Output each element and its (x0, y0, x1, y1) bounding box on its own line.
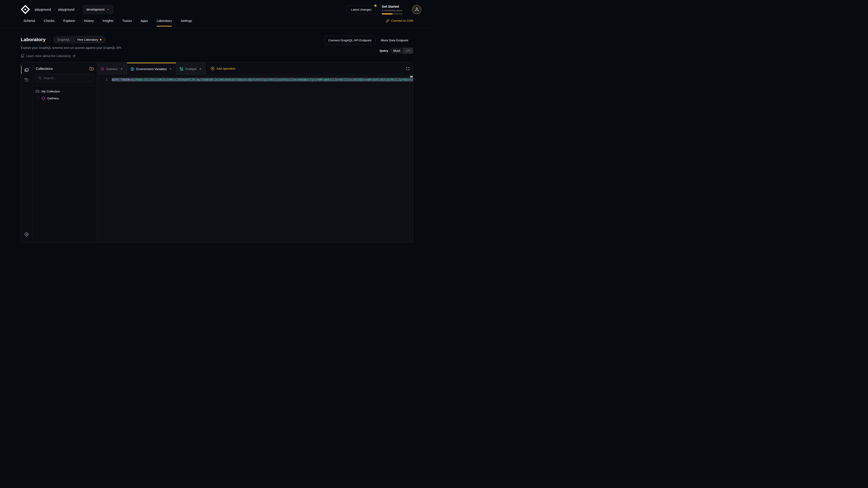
learn-more-label: Learn more about the Laboratory (26, 54, 71, 58)
operation-name: GetHero (47, 97, 59, 100)
external-link-icon (73, 55, 75, 57)
globe-icon (130, 67, 134, 71)
query-mode-api[interactable]: API (403, 48, 413, 54)
nav-item-checks[interactable]: Checks (44, 19, 55, 26)
get-started-widget[interactable]: Get Started 3 remaining tasks (382, 5, 403, 14)
target-select-value: development (86, 8, 104, 11)
mode-option-graphiql[interactable]: GraphiQL (54, 37, 74, 42)
graphql-icon (101, 67, 104, 71)
search-icon (38, 76, 41, 80)
icon-rail (21, 63, 32, 242)
history-icon (24, 78, 29, 82)
tab-environment-variables[interactable]: Environment Variables ✕ (127, 63, 176, 75)
editor-scrollbar[interactable] (410, 75, 413, 242)
laboratory-header-right: Connect GraphQL API Endpoint Mock Data E… (324, 36, 413, 58)
rail-item-collections[interactable] (21, 65, 32, 75)
environment-variables-editor[interactable]: 1 AUTH_TOKEN=eyJhbGciOiJIUzI1NiIsInR5cCI… (97, 75, 413, 242)
get-started-progress-fill (382, 13, 393, 14)
book-icon (21, 54, 24, 58)
query-label: Query (379, 49, 388, 53)
top-bar-right: Latest changes Get Started 3 remaining t… (346, 5, 421, 14)
close-icon[interactable]: ✕ (169, 67, 173, 71)
link-icon (386, 19, 389, 23)
nav-item-apps[interactable]: Apps (141, 19, 148, 26)
laboratory-header-left: Laboratory GraphiQL Hive Laboratory Expl… (21, 36, 324, 58)
nav-item-laboratory[interactable]: Laboratory (157, 19, 172, 26)
add-operation-label: Add operation (217, 67, 236, 70)
mode-active-dot (100, 39, 101, 40)
laboratory-panel: Collections My Collection (21, 62, 413, 242)
get-started-progressbar (382, 13, 403, 14)
collections-search[interactable] (35, 74, 94, 82)
collection-name: My Collection (41, 90, 60, 93)
folders-icon (24, 68, 29, 72)
get-started-subtitle: 3 remaining tasks (382, 9, 403, 12)
learn-more-link[interactable]: Learn more about the Laboratory (21, 54, 324, 58)
target-select[interactable]: development (83, 5, 113, 14)
connect-to-cdn-link[interactable]: Connect to CDN (386, 19, 413, 23)
operation-item-gethero[interactable]: GetHero (41, 95, 94, 101)
collections-divider (32, 82, 97, 86)
tab-label: Environment Variables (136, 67, 167, 71)
mode-option-hive-laboratory[interactable]: Hive Laboratory (74, 37, 105, 42)
tab-preflight[interactable]: Preflight ✕ (176, 63, 206, 75)
top-bar: playground / playground / development La… (0, 0, 434, 19)
search-input[interactable] (43, 76, 91, 80)
query-mode-mock[interactable]: Mock (391, 48, 403, 54)
folder-open-icon (36, 90, 39, 93)
laboratory-header: Laboratory GraphiQL Hive Laboratory Expl… (0, 28, 434, 58)
code-line[interactable]: 1 AUTH_TOKEN=eyJhbGciOiJIUzI1NiIsInR5cCI… (97, 77, 413, 82)
add-collection-button[interactable] (90, 67, 94, 71)
hive-logo-icon[interactable] (21, 5, 30, 14)
add-operation-button[interactable]: Add operation (206, 63, 402, 75)
script-icon (180, 67, 183, 71)
nav-item-settings[interactable]: Settings (181, 19, 192, 26)
fullscreen-icon (406, 67, 410, 70)
latest-changes-label: Latest changes (351, 8, 372, 11)
latest-changes-button[interactable]: Latest changes (346, 5, 376, 14)
tab-bar: GetHero ✕ Environment Variables ✕ Prefli… (97, 63, 413, 75)
rail-item-settings[interactable] (21, 229, 32, 239)
mock-endpoint-button[interactable]: Mock Data Endpoint (376, 36, 413, 45)
work-area: GetHero ✕ Environment Variables ✕ Prefli… (97, 63, 413, 242)
close-icon[interactable]: ✕ (120, 67, 123, 71)
tab-label: Preflight (185, 67, 197, 71)
breadcrumb: playground / playground / development (35, 5, 113, 14)
collection-folder[interactable]: My Collection (36, 90, 94, 93)
user-avatar[interactable] (412, 5, 421, 14)
query-mode-toggle: Mock API (391, 48, 413, 54)
nav-items: Schema Checks Explorer History Insights … (24, 19, 192, 26)
rail-item-history[interactable] (21, 75, 32, 85)
mode-option-label: Hive Laboratory (77, 38, 98, 41)
user-icon (414, 7, 419, 12)
scrollbar-thumb[interactable] (410, 76, 413, 77)
breadcrumb-project[interactable]: playground (58, 8, 74, 11)
breadcrumb-separator: / (78, 8, 79, 11)
connect-endpoint-button[interactable]: Connect GraphQL API Endpoint (324, 36, 376, 45)
graphql-icon (41, 96, 45, 100)
tab-gethero[interactable]: GetHero ✕ (97, 63, 127, 75)
fullscreen-button[interactable] (402, 63, 413, 75)
breadcrumb-org[interactable]: playground (35, 8, 51, 11)
close-icon[interactable]: ✕ (199, 67, 202, 71)
nav-item-insights[interactable]: Insights (103, 19, 114, 26)
nav-item-explorer[interactable]: Explorer (63, 19, 75, 26)
laboratory-description: Explore your GraphQL schema and run quer… (21, 46, 324, 50)
title-divider (49, 37, 50, 42)
page-title: Laboratory (21, 37, 46, 42)
tab-label: GetHero (106, 67, 118, 71)
collections-sidebar: Collections My Collection (32, 63, 97, 242)
collections-title: Collections (36, 67, 53, 71)
nav-item-history[interactable]: History (84, 19, 94, 26)
ui-mode-toggle: GraphiQL Hive Laboratory (53, 36, 106, 43)
code-text: AUTH_TOKEN=eyJhbGciOiJIUzI1NiIsInR5cCI6I… (112, 77, 413, 82)
get-started-title: Get Started (382, 5, 403, 8)
chevron-down-icon (107, 8, 110, 11)
main-nav: Schema Checks Explorer History Insights … (0, 19, 434, 28)
query-mode-row: Query Mock API (379, 48, 413, 54)
nav-item-schema[interactable]: Schema (24, 19, 35, 26)
plus-circle-icon (211, 67, 215, 70)
nav-item-traces[interactable]: Traces (122, 19, 132, 26)
env-var-value: eyJhbGciOiJIUzI1NiIsInR5cCI6IkpXVCJ9.eyJ… (131, 78, 413, 81)
connect-to-cdn-label: Connect to CDN (391, 19, 413, 23)
